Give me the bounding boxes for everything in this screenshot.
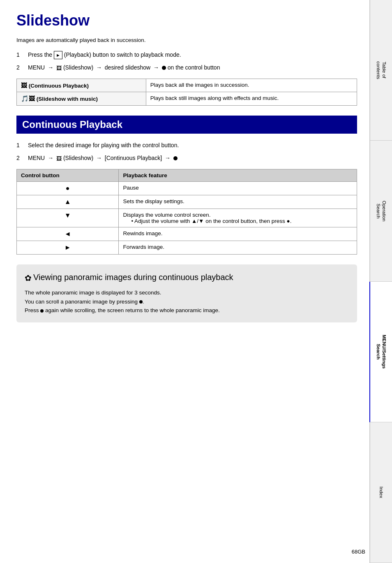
feature-row-2: 🎵🖼 (Slideshow with music) Plays back sti… [17,92,357,106]
sidebar-tab-index[interactable]: Index [369,422,392,563]
intro-text: Images are automatically played back in … [16,37,357,43]
feature-label-2: 🎵🖼 (Slideshow with music) [17,92,146,106]
section-step-number-2: 2 [16,154,23,162]
section-step-text-1: Select the desired image for playing wit… [28,141,357,150]
control-button-left: ◄ [17,227,119,241]
note-line-3: Press again while scrolling, the screen … [25,306,349,315]
main-step-1: 1 Press the ► (Playback) button to switc… [16,51,357,60]
note-box: ✿Viewing panoramic images during continu… [16,264,357,322]
table-row: ● Pause [17,182,357,195]
table-row: ▼ Displays the volume control screen. • … [17,209,357,227]
slideshow-icon: 🖼 [56,64,62,72]
right-sidebar: Table of contents Operation Search MENU/… [369,0,392,563]
table-row: ▲ Sets the display settings. [17,195,357,209]
volume-sub-note: • Adjust the volume with ▲/▼ on the cont… [131,218,291,224]
control-table: Control button Playback feature ● Pause … [16,169,357,255]
control-feature-forward: Forwards image. [119,241,357,255]
control-feature-rewind: Rewinds image. [119,227,357,241]
step-number-1: 1 [16,51,23,59]
control-feature-volume: Displays the volume control screen. • Ad… [119,209,357,227]
feature-label-1: 🖼 (Continuous Playback) [17,79,146,92]
table-row: ◄ Rewinds image. [17,227,357,241]
section-step-1: 1 Select the desired image for playing w… [16,141,357,150]
control-feature-pause: Pause [119,182,357,195]
sidebar-tab-toc[interactable]: Table of contents [369,0,392,141]
control-button-circle: ● [17,182,119,195]
step-text-1: Press the ► (Playback) button to switch … [28,51,357,60]
section-step-number-1: 1 [16,141,23,150]
note-line-2: You can scroll a panoramic image by pres… [25,297,349,306]
note-body: The whole panoramic image is displayed f… [25,288,349,315]
control-feature-display: Sets the display settings. [119,195,357,209]
step-text-2: MENU → 🖼 (Slideshow) → desired slideshow… [28,63,357,72]
slideshow-icon-2: 🖼 [56,155,62,163]
control-button-down: ▼ [17,209,119,227]
section-title: Continuous Playback [22,119,122,130]
main-step-2: 2 MENU → 🖼 (Slideshow) → desired slidesh… [16,63,357,72]
circle-inline-2 [40,309,44,313]
sidebar-tab-operation[interactable]: Operation Search [369,141,392,281]
note-title: ✿Viewing panoramic images during continu… [25,272,349,283]
section-header: Continuous Playback [16,116,357,134]
section-step-text-2: MENU → 🖼 (Slideshow) → [Continuous Playb… [28,154,357,162]
col-header-feature: Playback feature [119,169,357,182]
section-step-2: 2 MENU → 🖼 (Slideshow) → [Continuous Pla… [16,154,357,162]
sidebar-tab-menu[interactable]: MENU/Settings Search [369,282,392,422]
page-number: 68GB [352,549,365,555]
playback-icon: ► [54,51,62,60]
circle-bullet-2 [173,156,178,160]
table-row: ► Forwards image. [17,241,357,255]
control-button-right: ► [17,241,119,255]
feature-desc-1: Plays back all the images in succession. [146,79,357,92]
feature-desc-2: Plays back still images along with effec… [146,92,357,106]
feature-row-1: 🖼 (Continuous Playback) Plays back all t… [17,79,357,92]
circle-bullet [162,66,166,70]
note-line-1: The whole panoramic image is displayed f… [25,288,349,297]
step-number-2: 2 [16,63,23,72]
circle-inline [139,300,143,304]
feature-table: 🖼 (Continuous Playback) Plays back all t… [16,79,357,106]
page-title: Slideshow [16,12,357,29]
control-button-up: ▲ [17,195,119,209]
col-header-button: Control button [17,169,119,182]
note-icon: ✿ [25,273,32,283]
control-table-header: Control button Playback feature [17,169,357,182]
